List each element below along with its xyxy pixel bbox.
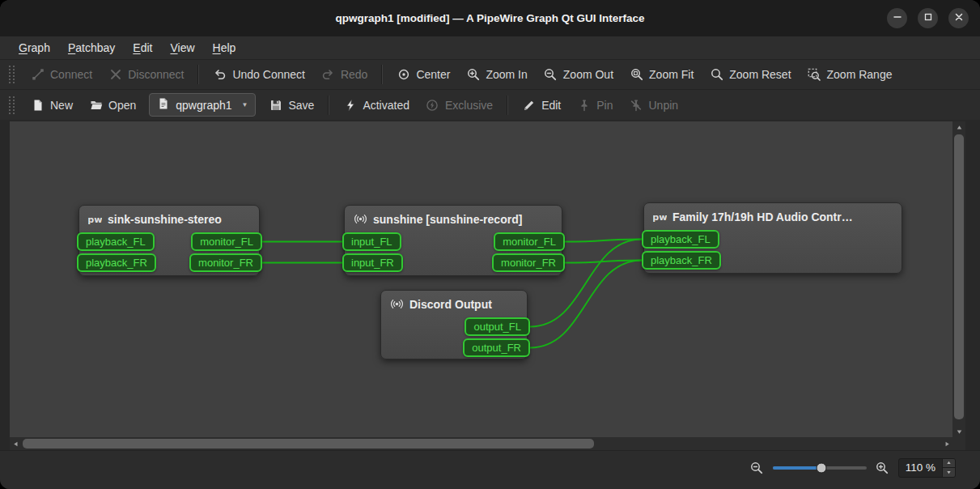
toolbar-handle[interactable] [9,66,15,83]
scroll-down-icon[interactable] [952,426,965,437]
activated-button[interactable]: Activated [336,94,417,116]
toolbar-button-label: Zoom Out [563,68,613,81]
redo-button[interactable]: Redo [314,64,375,86]
menubar: GraphPatchbayEditViewHelp [0,36,980,59]
activated-icon [343,98,357,112]
node-header: pwsink-sunshine-stereo [79,206,259,226]
port-playback_FR[interactable]: playback_FR [77,253,156,272]
zoom-spin-buttons [942,459,955,477]
connections-layer [10,121,952,437]
toolbar-button-label: Open [108,99,136,112]
menu-edit[interactable]: Edit [124,39,161,57]
menu-patchbay[interactable]: Patchbay [59,39,124,57]
zoom-spin-up-button[interactable] [943,459,955,468]
toolbar-button-label: Undo Connect [232,68,305,81]
audio-node-icon [354,212,367,226]
svg-text:pw: pw [653,212,667,223]
node-title: sink-sunshine-stereo [108,213,222,226]
save-button[interactable]: Save [261,94,321,116]
zoom-reset-icon [710,68,723,82]
port-monitor_FR[interactable]: monitor_FR [492,253,565,272]
window-title: qpwgraph1 [modified] — A PipeWire Graph … [335,12,644,24]
scroll-up-icon[interactable] [952,121,965,133]
toolbar-button-label: New [50,99,73,112]
node-title: sunshine [sunshine-record] [373,213,522,226]
exclusive-button[interactable]: Exclusive [418,94,500,116]
exclusive-icon [426,98,439,112]
menu-view[interactable]: View [161,39,203,57]
open-icon [89,98,103,112]
port-input_FR[interactable]: input_FR [342,253,403,272]
port-output_FR[interactable]: output_FR [463,338,530,357]
toolbar-button-label: Unpin [648,99,678,112]
disconnect-button[interactable]: Disconnect [101,64,191,86]
toolbar-button-label: Pin [596,99,613,112]
horizontal-scrollbar-thumb[interactable] [23,439,594,449]
vertical-scrollbar-thumb[interactable] [954,134,964,419]
zoom-fit-button[interactable]: Zoom Fit [622,64,701,86]
port-playback_FL[interactable]: playback_FL [77,232,155,251]
zoom-in-slider-icon[interactable] [876,461,889,474]
window-controls [887,0,969,36]
node-title: Family 17h/19h HD Audio Contr… [672,210,853,223]
toolbar-file: NewOpenqpwgraph1▼SaveActivatedExclusiveE… [0,89,980,120]
titlebar[interactable]: qpwgraph1 [modified] — A PipeWire Graph … [0,0,980,36]
toolbar-button-label: Edit [541,99,561,112]
menu-help[interactable]: Help [204,39,245,57]
zoom-range-button[interactable]: Zoom Range [800,64,900,86]
pin-icon [577,98,591,112]
zoom-reset-button[interactable]: Zoom Reset [702,64,798,86]
scroll-left-icon[interactable] [10,437,21,450]
port-monitor_FR[interactable]: monitor_FR [189,253,262,272]
node-discord-output[interactable]: Discord Outputoutput_FLoutput_FR [380,290,528,359]
patchbay-select[interactable]: qpwgraph1▼ [149,93,256,117]
new-button[interactable]: New [23,94,80,116]
node-sunshine[interactable]: sunshine [sunshine-record]input_FLinput_… [344,205,562,276]
unpin-button[interactable]: Unpin [622,94,685,116]
zoom-out-slider-icon[interactable] [750,461,764,474]
node-header: sunshine [sunshine-record] [345,206,562,226]
toolbar-button-label: Disconnect [128,68,184,81]
zoom-slider[interactable] [773,461,867,475]
open-button[interactable]: Open [82,94,143,116]
toolbar-separator [197,65,199,84]
menu-graph[interactable]: Graph [10,39,59,57]
undo-connect-button[interactable]: Undo Connect [206,64,312,86]
graph-canvas[interactable]: pwsink-sunshine-stereoplayback_FLplaybac… [10,121,952,437]
vertical-scrollbar[interactable] [952,121,965,437]
zoom-slider-handle[interactable] [817,462,827,473]
toolbar-button-label: Zoom Range [827,68,893,81]
horizontal-scrollbar[interactable] [10,437,952,450]
zoom-spinbox[interactable]: 110 % [898,458,956,478]
zoom-spin-down-button[interactable] [943,467,955,477]
port-input_FL[interactable]: input_FL [342,232,401,251]
node-sink-sunshine-stereo[interactable]: pwsink-sunshine-stereoplayback_FLplaybac… [78,205,260,276]
zoom-value[interactable]: 110 % [899,459,942,477]
port-output_FL[interactable]: output_FL [465,317,530,336]
patchbay-file-icon [157,97,170,113]
connection-sunshine-monitor_FR-to-family-audio-playback_FR[interactable] [565,261,642,263]
port-playback_FR[interactable]: playback_FR [642,251,721,270]
redo-icon [321,68,335,82]
maximize-button[interactable] [918,8,938,28]
connection-sunshine-monitor_FL-to-family-audio-playback_FL[interactable] [565,240,642,242]
zoom-in-button[interactable]: Zoom In [459,64,534,86]
connect-button[interactable]: Connect [23,64,100,86]
close-button[interactable] [948,8,969,28]
pin-button[interactable]: Pin [570,94,620,116]
toolbar-button-label: Save [288,99,314,112]
port-monitor_FL[interactable]: monitor_FL [494,232,565,251]
input-ports: playback_FLplayback_FR [642,230,721,270]
center-button[interactable]: Center [389,64,457,86]
port-monitor_FL[interactable]: monitor_FL [191,232,262,251]
zoom-out-button[interactable]: Zoom Out [537,64,621,86]
scroll-right-icon[interactable] [941,437,952,450]
minimize-button[interactable] [887,8,907,28]
svg-text:pw: pw [88,215,102,225]
node-family-audio[interactable]: pwFamily 17h/19h HD Audio Contr…playback… [643,202,902,274]
toolbar-handle[interactable] [9,96,15,114]
port-playback_FL[interactable]: playback_FL [642,230,719,249]
edit-icon [522,98,536,112]
unpin-icon [629,98,643,112]
edit-button[interactable]: Edit [515,94,568,116]
